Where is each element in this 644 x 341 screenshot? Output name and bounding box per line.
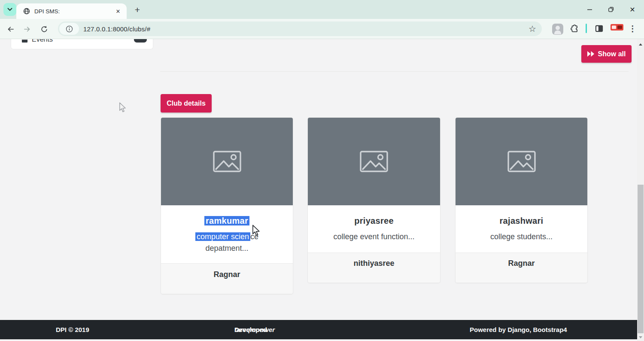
scrollbar-thumb[interactable] (638, 185, 644, 333)
avatar-button[interactable] (552, 24, 563, 35)
page-scrollbar[interactable] (637, 39, 644, 341)
back-arrow-icon (6, 25, 15, 33)
browser-toolbar: 127.0.0.1:8000/clubs/# ☆ ⋮ (0, 19, 644, 39)
club-image-placeholder (308, 118, 440, 205)
fast-forward-icon (587, 51, 595, 57)
forward-button[interactable] (21, 24, 33, 35)
tab-search-button[interactable] (3, 3, 16, 16)
club-title: rajashwari (456, 216, 587, 226)
forward-arrow-icon (23, 25, 31, 33)
club-card-footer: nithiyasree (308, 253, 440, 283)
extensions-button[interactable] (569, 24, 579, 33)
events-count-badge (134, 39, 147, 43)
mouse-cursor-ghost (118, 102, 127, 113)
club-card: ramkumar computer science depatment... R… (161, 117, 293, 294)
tab-close-icon[interactable]: ✕ (114, 7, 122, 15)
info-icon (66, 25, 73, 33)
close-icon: ✕ (629, 6, 635, 14)
kebab-menu-icon: ⋮ (629, 24, 637, 33)
toolbar-divider (586, 24, 587, 33)
site-info-button[interactable] (59, 23, 79, 35)
url-bar[interactable]: 127.0.0.1:8000/clubs/# (58, 21, 542, 36)
club-image-placeholder (456, 118, 587, 205)
club-title: ramkumar (161, 216, 293, 226)
club-owner: Ragnar (508, 259, 535, 268)
puzzle-icon (569, 24, 579, 33)
new-tab-button[interactable]: + (131, 4, 143, 16)
image-placeholder-icon (213, 151, 241, 172)
club-details-label: Club details (167, 100, 206, 107)
reload-icon (40, 25, 49, 33)
extension-badge-button[interactable] (611, 24, 623, 31)
reload-button[interactable] (39, 24, 50, 35)
club-card: priyasree college event function... nith… (307, 117, 440, 283)
page-content: Events Show all Club details ramkumar co… (0, 39, 644, 341)
red-extension-icon (611, 24, 623, 31)
restore-icon (608, 6, 614, 12)
club-card-footer: Ragnar (456, 253, 587, 283)
sidebar-item-label: Events (32, 39, 134, 43)
globe-favicon-icon (23, 8, 30, 15)
show-all-button[interactable]: Show all (581, 45, 632, 63)
club-description: computer science depatment... (161, 231, 293, 254)
window-close-button[interactable]: ✕ (625, 3, 640, 16)
avatar-icon (552, 24, 563, 35)
club-details-button[interactable]: Club details (161, 94, 212, 113)
show-all-label: Show all (598, 50, 626, 58)
club-description: college event function... (308, 231, 440, 243)
club-title: priyasree (308, 216, 440, 226)
club-card: rajashwari college students... Ragnar (455, 117, 588, 283)
browser-titlebar: DPI SMS: ✕ + ✕ (0, 0, 644, 19)
tab-title: DPI SMS: (34, 8, 114, 15)
club-card-body: priyasree college event function... (308, 205, 440, 253)
club-image-placeholder (161, 118, 293, 205)
browser-tab[interactable]: DPI SMS: ✕ (16, 3, 127, 19)
side-panel-icon (594, 24, 604, 33)
club-card-footer: Ragnar (161, 263, 293, 294)
club-owner: nithiyasree (353, 259, 394, 268)
site-footer: DPI © 2019 Developed by tareqmonwer Powe… (0, 320, 637, 339)
footer-copyright: DPI © 2019 (56, 320, 89, 339)
window-restore-button[interactable] (604, 3, 618, 16)
scroll-up-arrow-icon[interactable] (639, 43, 642, 46)
window-minimize-button[interactable] (582, 3, 597, 16)
horizontal-divider (160, 71, 629, 72)
club-card-body: ramkumar computer science depatment... (161, 205, 293, 263)
url-text: 127.0.0.1:8000/clubs/# (83, 25, 150, 33)
club-card-body: rajashwari college students... (456, 205, 587, 253)
minimize-icon (587, 7, 592, 12)
browser-menu-button[interactable]: ⋮ (629, 24, 637, 33)
image-placeholder-icon (507, 151, 536, 172)
chevron-down-icon (7, 8, 12, 11)
club-owner: Ragnar (213, 270, 240, 279)
sidebar-item-events[interactable]: Events (11, 39, 153, 49)
side-panel-button[interactable] (594, 24, 604, 33)
back-button[interactable] (5, 24, 16, 35)
scroll-down-arrow-icon[interactable] (639, 336, 642, 338)
image-placeholder-icon (360, 151, 388, 172)
footer-powered-by: Powered by Django, Bootstrap4 (470, 320, 567, 339)
bookmark-star-icon: ☆ (529, 24, 536, 34)
bookmark-button[interactable]: ☆ (529, 24, 536, 34)
calendar-icon (21, 39, 28, 43)
club-description: college students... (456, 231, 587, 243)
